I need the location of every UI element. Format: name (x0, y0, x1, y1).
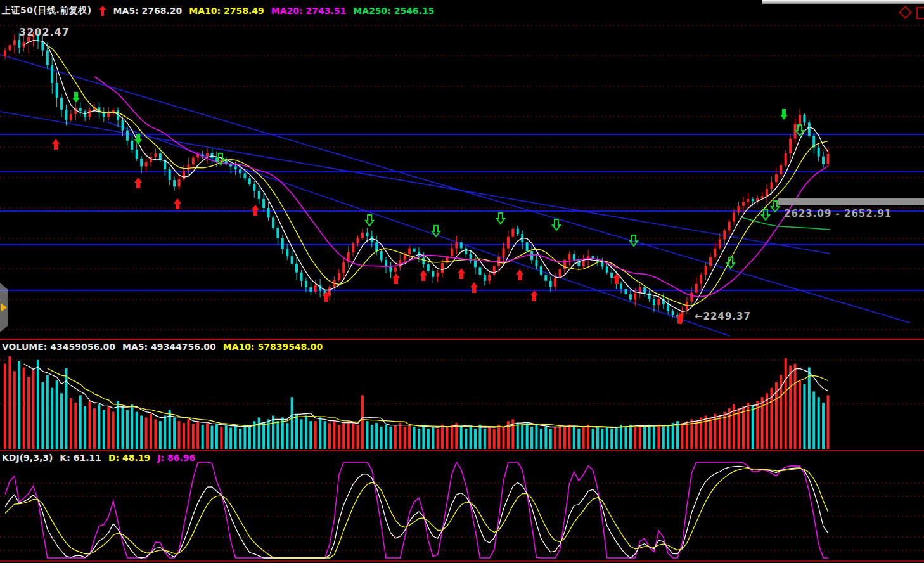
candlesticks (4, 27, 830, 324)
trough-price-label: ←2249.37 (695, 311, 751, 322)
volume-ma10-readout: MA10: 57839548.00 (223, 342, 323, 352)
kdj-title: KDJ(9,3,3) (2, 453, 53, 463)
volume-ma5-readout: MA5: 49344756.00 (122, 342, 216, 352)
ma5-readout: MA5: 2768.20 (113, 6, 183, 16)
ma20-line (94, 77, 828, 297)
kdj-panel-header: KDJ(9,3,3) K: 61.11 D: 48.19 J: 86.96 (2, 453, 195, 463)
volume-bars (4, 356, 830, 449)
signal-arrows (52, 92, 804, 324)
volume-panel-header: VOLUME: 43459056.00 MA5: 49344756.00 MA1… (2, 342, 323, 352)
trendlines (0, 55, 910, 336)
range-label: 2623.09 - 2652.91 (784, 208, 892, 219)
sell-arrow-icon (72, 92, 80, 103)
main-chart-header: 上证50(日线.前复权) MA5: 2768.20 MA10: 2758.49 … (2, 5, 435, 16)
buy-arrow-icon (458, 268, 465, 279)
ma250-readout: MA250: 2546.15 (353, 6, 434, 16)
kdj-d-readout: D: 48.19 (108, 453, 150, 463)
ma5-line (24, 41, 828, 312)
buy-arrow-icon (470, 282, 478, 293)
buy-arrow-icon (134, 178, 142, 188)
sell-arrow-icon (780, 109, 788, 120)
sell-hollow-arrow-icon (366, 215, 373, 226)
top-scrollbar-strip[interactable] (762, 0, 924, 4)
kdj-k-readout: K: 61.11 (60, 453, 101, 463)
buy-arrow-icon (516, 269, 523, 280)
range-highlight-band (778, 198, 924, 205)
buy-signal-up-arrow-icon (99, 6, 106, 16)
buy-arrow-icon (252, 205, 259, 216)
symbol-title: 上证50(日线.前复权) (2, 5, 92, 16)
ma20-readout: MA20: 2743.51 (271, 6, 347, 16)
kdj-k-line (5, 467, 828, 559)
ma10-line (48, 46, 828, 306)
buy-arrow-icon (420, 270, 427, 281)
buy-arrow-icon (52, 139, 60, 150)
kdj-j-line (5, 462, 828, 558)
peak-price-label: 3202.47 (19, 26, 70, 38)
ma10-readout: MA10: 2758.49 (189, 6, 264, 16)
expand-right-icon (1, 304, 7, 311)
kdj-j-readout: J: 86.96 (157, 453, 195, 463)
sell-hollow-arrow-icon (497, 213, 504, 224)
volume-ma5-line (24, 364, 828, 428)
stock-chart-window: 上证50(日线.前复权) MA5: 2768.20 MA10: 2758.49 … (0, 0, 924, 563)
sell-hollow-arrow-icon (553, 219, 560, 230)
volume-readout: VOLUME: 43459056.00 (2, 342, 115, 352)
buy-arrow-icon (174, 198, 181, 209)
square-marker-icon[interactable] (916, 7, 924, 19)
sidebar-collapse-handle[interactable] (0, 283, 8, 332)
buy-arrow-icon (392, 273, 400, 284)
chart-canvas[interactable] (0, 0, 924, 563)
buy-arrow-icon (613, 273, 620, 284)
